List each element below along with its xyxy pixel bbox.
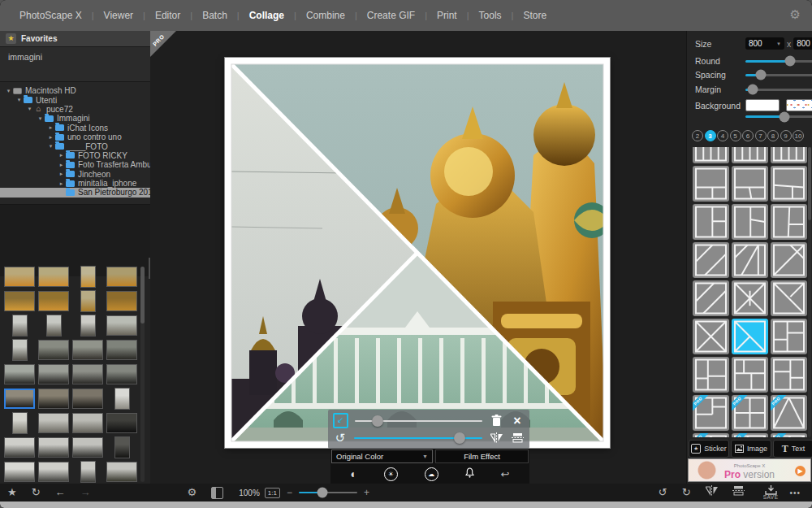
tree-item-minitalia_iphone[interactable]: ▸minitalia_iphone: [0, 179, 150, 188]
thumbnail[interactable]: [38, 291, 69, 311]
sticker-button[interactable]: ★Sticker: [689, 440, 729, 458]
brightness-icon[interactable]: ☀: [384, 467, 398, 481]
thumbnails-scrollbar[interactable]: [140, 267, 145, 482]
menu-item-editor[interactable]: Editor: [147, 7, 188, 24]
trash-icon[interactable]: [489, 414, 503, 428]
chevron-down-icon[interactable]: ▾: [26, 106, 33, 112]
menu-item-batch[interactable]: Batch: [194, 7, 235, 24]
thumbnail[interactable]: [80, 290, 96, 312]
tree-item-foto-trasferta-amburgo[interactable]: ▸Foto Trasferta Amburgo: [0, 160, 150, 169]
thumbnail[interactable]: [114, 388, 130, 410]
chevron-right-icon[interactable]: ▸: [58, 171, 65, 177]
thumbnail[interactable]: [72, 437, 103, 458]
template-option[interactable]: PRO: [693, 395, 729, 431]
forward-arrow-icon[interactable]: →: [80, 484, 91, 501]
flip-vertical-icon[interactable]: [510, 431, 525, 445]
thumbnail[interactable]: [72, 364, 103, 384]
chevron-right-icon[interactable]: ▸: [58, 152, 65, 158]
size-width-dropdown[interactable]: 800▼: [745, 37, 784, 50]
photo-count-3[interactable]: 3: [705, 130, 716, 141]
more-options-button[interactable]: •••: [789, 488, 801, 497]
thumbnail[interactable]: [80, 315, 96, 336]
zoom-percentage[interactable]: 100%: [239, 488, 260, 497]
template-option[interactable]: [693, 357, 729, 393]
menu-item-store[interactable]: Store: [515, 7, 555, 24]
template-option[interactable]: [732, 147, 768, 163]
tree-item-____foto[interactable]: ▾____FOTO: [0, 141, 150, 150]
photo-count-2[interactable]: 2: [692, 130, 703, 141]
thumbnail-selected[interactable]: [4, 389, 35, 409]
template-option[interactable]: [693, 242, 729, 278]
background-slider[interactable]: [745, 115, 812, 118]
templates-scrollbar[interactable]: [808, 147, 811, 437]
template-option[interactable]: PRO: [732, 395, 768, 431]
thumbnail[interactable]: [4, 267, 35, 287]
film-effect-button[interactable]: Film Effect: [435, 449, 529, 463]
chevron-down-icon[interactable]: ▾: [47, 143, 54, 150]
photo-count-5[interactable]: 5: [730, 130, 741, 141]
thumbnail[interactable]: [80, 266, 96, 288]
menu-item-collage[interactable]: Collage: [241, 7, 292, 24]
thumbnail[interactable]: [106, 413, 137, 433]
chevron-right-icon[interactable]: ▸: [47, 134, 54, 141]
template-option[interactable]: [771, 147, 807, 163]
tree-item-ichat-icons[interactable]: ▸iChat Icons: [0, 124, 150, 132]
tree-item-uno-contro-uno[interactable]: ▸uno contro uno: [0, 132, 150, 141]
thumbnail[interactable]: [114, 436, 130, 458]
menu-item-print[interactable]: Print: [429, 7, 465, 24]
menu-item-photoscape-x[interactable]: PhotoScape X: [11, 7, 90, 24]
thumbnail[interactable]: [106, 462, 137, 482]
thumbnail[interactable]: [46, 315, 62, 336]
template-selected[interactable]: [732, 319, 768, 354]
photo-count-6[interactable]: 6: [742, 130, 754, 141]
pro-version-banner[interactable]: PhotoScape X Pro version ▶: [688, 458, 811, 482]
margin-slider[interactable]: [745, 89, 812, 91]
thumbnail[interactable]: [106, 267, 137, 287]
template-option[interactable]: PRO: [771, 433, 807, 437]
template-option[interactable]: [771, 204, 807, 240]
menu-item-create-gif[interactable]: Create GIF: [359, 7, 423, 24]
tree-item-utenti[interactable]: ▾Utenti: [0, 95, 150, 104]
tree-item-jincheon[interactable]: ▸Jincheon: [0, 170, 150, 179]
cell-rotate-icon[interactable]: ↺: [333, 431, 348, 445]
template-option[interactable]: [732, 166, 768, 202]
photo-count-8[interactable]: 8: [767, 130, 779, 141]
thumbnail[interactable]: [72, 413, 103, 433]
thumbnail[interactable]: [80, 461, 96, 483]
gear-icon[interactable]: ⚙: [790, 7, 801, 22]
thumbnail[interactable]: [38, 389, 69, 409]
template-option[interactable]: [693, 280, 729, 316]
collage-canvas[interactable]: [225, 58, 610, 448]
photo-count-4[interactable]: 4: [717, 130, 728, 141]
thumbnail[interactable]: [38, 267, 69, 287]
thumbnail[interactable]: [4, 291, 35, 311]
thumbnail[interactable]: [12, 339, 28, 361]
template-option[interactable]: [693, 204, 729, 240]
panel-toggle-icon[interactable]: [211, 487, 223, 499]
chevron-down-icon[interactable]: ▾: [15, 97, 23, 103]
template-option[interactable]: [771, 242, 807, 278]
chevron-right-icon[interactable]: ▸: [58, 162, 65, 168]
tree-item-foto-ricky[interactable]: ▸FOTO RICKY: [0, 151, 150, 160]
image-button[interactable]: Image: [731, 440, 771, 458]
cell-resize-icon[interactable]: ↙: [333, 413, 348, 428]
template-option[interactable]: [693, 147, 729, 163]
template-option[interactable]: [732, 242, 768, 278]
thumbnail[interactable]: [12, 315, 28, 336]
menu-item-tools[interactable]: Tools: [471, 7, 510, 24]
favorites-header[interactable]: ★ Favorites: [0, 31, 150, 47]
thumbnail[interactable]: [4, 462, 35, 482]
thumbnail[interactable]: [12, 412, 28, 434]
tree-item-puce72[interactable]: ▾⌂puce72: [0, 105, 150, 114]
thumbnail[interactable]: [4, 364, 35, 384]
cell-scale-slider[interactable]: [354, 437, 482, 439]
photo-count-9[interactable]: 9: [780, 130, 792, 141]
thumbnail[interactable]: [106, 364, 137, 384]
favorite-item-immagini[interactable]: immagini: [0, 50, 150, 63]
rotate-cw-icon[interactable]: ↻: [682, 484, 691, 501]
flip-horizontal-icon[interactable]: [489, 431, 503, 445]
tree-item-san-pietroburgo-2012[interactable]: San Pietroburgo 2012: [0, 188, 150, 197]
color-preset-dropdown[interactable]: Original Color ▼: [331, 449, 433, 463]
rotate-ccw-icon[interactable]: ↺: [659, 484, 667, 501]
thumbnail[interactable]: [106, 340, 137, 360]
